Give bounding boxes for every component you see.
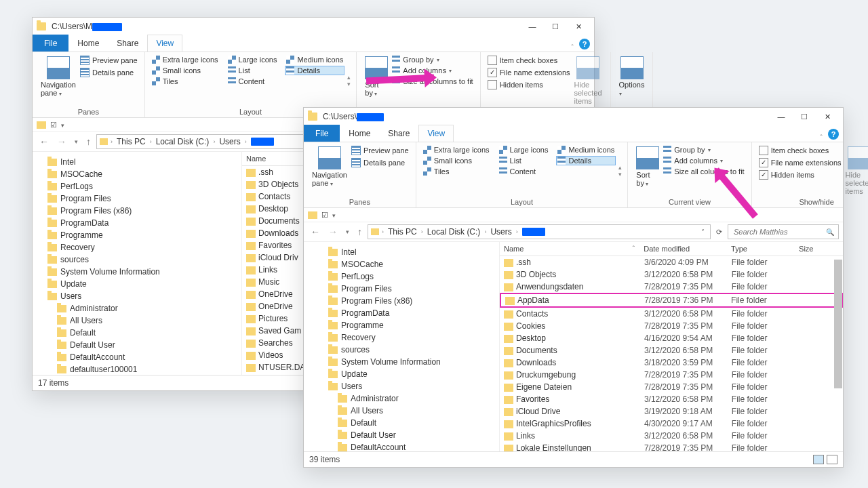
file-list[interactable]: Name ˆ Date modified Type Size .ssh3/6/2… [500,242,843,451]
qat-properties-icon[interactable]: ☑ [50,121,57,129]
layout-list[interactable]: List [226,66,279,75]
nav-tree[interactable]: IntelMSOCachePerfLogsProgram FilesProgra… [304,242,500,451]
refresh-button[interactable]: ⟳ [713,228,725,237]
tree-item[interactable]: ProgramData [307,307,496,319]
tab-view[interactable]: View [418,125,454,142]
tree-item[interactable]: PerfLogs [307,270,496,283]
options-button[interactable]: Options [616,55,648,106]
table-row[interactable]: AppData7/28/2019 7:36 PMFile folder [500,293,843,308]
layout-content[interactable]: Content [498,167,550,176]
tab-file[interactable]: File [304,125,340,142]
item-checkboxes-toggle[interactable]: Item check boxes [757,145,843,156]
table-row[interactable]: Desktop4/16/2020 9:54 AMFile folder [500,332,843,344]
sort-by-button[interactable]: Sort by [633,145,662,197]
navigation-pane-button[interactable]: Navigation pane [309,145,350,197]
crumb-users[interactable]: Users [218,137,241,146]
recent-locations-icon[interactable]: ▾ [72,137,81,146]
layout-medium[interactable]: Medium icons [285,55,344,64]
tree-item[interactable]: Default User [35,339,239,351]
table-row[interactable]: Documents3/12/2020 6:58 PMFile folder [500,344,843,357]
tree-item[interactable]: All Users [307,405,496,417]
tree-item[interactable]: Program Files [307,283,496,295]
crumb-local-disk[interactable]: Local Disk (C:) [155,137,211,146]
minimize-button[interactable]: — [770,108,793,125]
table-row[interactable]: Cookies7/28/2019 7:35 PMFile folder [500,320,843,332]
close-button[interactable]: ✕ [567,18,590,35]
help-icon[interactable]: ? [579,39,590,49]
tree-item[interactable]: System Volume Information [35,266,239,278]
address-bar[interactable]: › This PC› Local Disk (C:)› Users› ˅ [368,224,711,239]
tab-share[interactable]: Share [379,125,418,142]
layout-small[interactable]: Small icons [151,66,220,75]
tree-item[interactable]: PerfLogs [35,180,239,192]
tree-item[interactable]: DefaultAccount [307,441,496,451]
tree-item[interactable]: Default [35,327,239,339]
tree-item[interactable]: MSOCache [35,168,239,180]
table-row[interactable]: Links3/12/2020 6:58 PMFile folder [500,430,843,442]
layout-extra-large[interactable]: Extra large icons [422,145,491,155]
crumb-user[interactable] [521,228,547,236]
search-box[interactable] [728,224,839,239]
crumb-local-disk[interactable]: Local Disk (C:) [426,227,482,237]
scrollbar-thumb[interactable] [834,260,842,388]
collapse-ribbon-icon[interactable]: ˆ [566,43,579,52]
tree-item[interactable]: DefaultAccount [35,351,239,363]
hidden-items-toggle[interactable]: Hidden items [486,79,572,90]
tree-item[interactable]: Program Files (x86) [35,205,239,217]
tree-item[interactable]: Intel [35,156,239,168]
tree-item[interactable]: System Volume Information [307,356,496,368]
layout-extra-large[interactable]: Extra large icons [151,55,220,64]
crumb-user[interactable] [250,138,275,146]
tree-item[interactable]: Recovery [35,241,239,253]
large-icons-view-icon[interactable] [827,455,837,464]
file-extensions-toggle[interactable]: File name extensions [486,67,572,78]
qat-more-icon[interactable] [61,121,64,129]
tree-item[interactable]: Programme [307,319,496,331]
search-icon[interactable] [826,228,834,236]
tree-item[interactable]: Update [35,278,239,290]
forward-button[interactable]: → [54,135,69,148]
table-row[interactable]: Anwendungsdaten7/28/2019 7:35 PMFile fol… [500,281,843,293]
group-by-button[interactable]: Group by [391,55,474,64]
column-date[interactable]: Date modified [639,242,727,256]
recent-locations-icon[interactable]: ▾ [343,227,352,237]
titlebar[interactable]: C:\Users\M — ☐ ✕ [33,18,594,35]
tree-item[interactable]: Recovery [307,331,496,344]
layout-small[interactable]: Small icons [422,156,491,165]
table-row[interactable]: iCloud Drive3/19/2020 9:18 AMFile folder [500,405,843,418]
tree-item[interactable]: Program Files (x86) [307,295,496,307]
hide-selected-button[interactable]: Hide selected items [843,145,868,197]
table-row[interactable]: Eigene Dateien7/28/2019 7:35 PMFile fold… [500,381,843,393]
collapse-ribbon-icon[interactable]: ˆ [814,134,828,142]
layout-content[interactable]: Content [226,77,279,86]
layout-large[interactable]: Large icons [498,145,550,155]
tree-item[interactable]: Administrator [35,302,239,314]
table-row[interactable]: Contacts3/12/2020 6:58 PMFile folder [500,308,843,320]
column-size[interactable]: Size [795,242,843,256]
back-button[interactable]: ← [308,225,323,239]
tree-item[interactable]: defaultuser100001 [35,363,239,375]
table-row[interactable]: Favorites3/12/2020 6:58 PMFile folder [500,393,843,405]
layout-medium[interactable]: Medium icons [556,145,616,155]
table-row[interactable]: Lokale Einstellungen7/28/2019 7:35 PMFil… [500,442,843,451]
layout-tiles[interactable]: Tiles [151,77,220,86]
back-button[interactable]: ← [37,135,52,148]
table-row[interactable]: IntelGraphicsProfiles4/30/2020 9:17 AMFi… [500,418,843,430]
table-row[interactable]: .ssh3/6/2020 4:09 PMFile folder [500,256,843,268]
tree-item[interactable]: Default [307,417,496,429]
crumb-users[interactable]: Users [489,227,513,237]
tree-item[interactable]: ProgramData [35,217,239,229]
preview-pane-button[interactable]: Preview pane [79,55,139,66]
hidden-items-toggle[interactable]: Hidden items [757,169,843,180]
tree-item[interactable]: sources [307,344,496,356]
tree-item[interactable]: Users [307,380,496,392]
table-row[interactable]: Druckumgebung7/28/2019 7:35 PMFile folde… [500,369,843,381]
tree-item[interactable]: MSOCache [307,258,496,270]
up-button[interactable]: ↑ [83,135,94,148]
preview-pane-button[interactable]: Preview pane [350,145,410,156]
layout-details[interactable]: Details [556,156,616,165]
tree-item[interactable]: Intel [307,246,496,258]
close-button[interactable]: ✕ [816,108,839,125]
tab-view[interactable]: View [147,35,182,52]
layout-list[interactable]: List [498,156,550,165]
